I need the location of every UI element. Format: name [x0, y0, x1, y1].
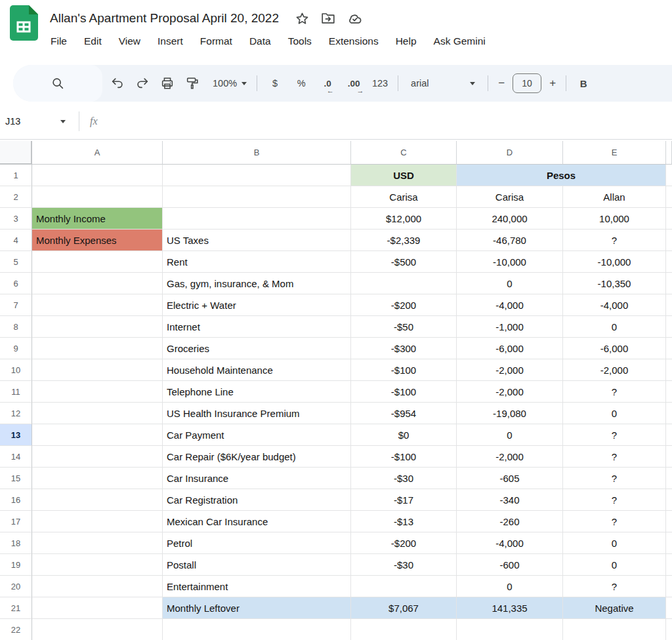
- cell-B3[interactable]: [163, 208, 351, 230]
- cell-E7[interactable]: -4,000: [563, 294, 666, 316]
- paint-format-icon[interactable]: [180, 71, 205, 95]
- cloud-saved-icon[interactable]: [346, 10, 363, 27]
- cell-D12[interactable]: -19,080: [457, 403, 563, 424]
- cell-A21[interactable]: [32, 597, 163, 619]
- cell-D2[interactable]: Carisa: [457, 186, 563, 208]
- bold-button[interactable]: B: [571, 71, 596, 95]
- cell-F10[interactable]: [666, 359, 672, 381]
- cell-B11[interactable]: Telephone Line: [163, 381, 351, 403]
- cell-F7[interactable]: [666, 294, 672, 316]
- column-header-a[interactable]: A: [32, 141, 163, 165]
- cell-A3[interactable]: Monthly Income: [32, 208, 163, 230]
- row-header-15[interactable]: 15: [0, 468, 32, 489]
- row-header-6[interactable]: 6: [0, 273, 32, 294]
- cell-D10[interactable]: -2,000: [457, 359, 563, 381]
- cell-B9[interactable]: Groceries: [163, 338, 351, 359]
- cell-D15[interactable]: -605: [457, 468, 563, 489]
- cell-F1[interactable]: [666, 165, 672, 186]
- cell-F13[interactable]: [666, 424, 672, 446]
- cell-E2[interactable]: Allan: [563, 186, 666, 208]
- cell-A13[interactable]: [32, 424, 163, 446]
- cell-F16[interactable]: [666, 489, 672, 511]
- font-size-input[interactable]: 10: [513, 73, 541, 93]
- cell-E8[interactable]: 0: [563, 316, 666, 338]
- cell-E4[interactable]: ?: [563, 230, 666, 251]
- cell-A19[interactable]: [32, 554, 163, 576]
- cell-D20[interactable]: 0: [457, 576, 563, 597]
- cell-D9[interactable]: -6,000: [457, 338, 563, 359]
- cell-C13[interactable]: $0: [351, 424, 457, 446]
- cell-C22[interactable]: [351, 619, 457, 640]
- cell-A7[interactable]: [32, 294, 163, 316]
- cell-B14[interactable]: Car Repair ($6K/year budget): [163, 446, 351, 468]
- cell-D3[interactable]: 240,000: [457, 208, 563, 230]
- cell-A5[interactable]: [32, 251, 163, 273]
- zoom-select[interactable]: 100%: [207, 71, 252, 95]
- row-header-19[interactable]: 19: [0, 554, 32, 576]
- cell-C4[interactable]: -$2,339: [351, 230, 457, 251]
- cell-D16[interactable]: -340: [457, 489, 563, 511]
- cell-A22[interactable]: [32, 619, 163, 640]
- cell-C7[interactable]: -$200: [351, 294, 457, 316]
- cell-F2[interactable]: [666, 186, 672, 208]
- cell-B20[interactable]: Entertainment: [163, 576, 351, 597]
- cell-E16[interactable]: ?: [563, 489, 666, 511]
- row-header-13[interactable]: 13: [0, 424, 32, 446]
- column-header-partial[interactable]: [666, 141, 672, 165]
- cell-C20[interactable]: [351, 576, 457, 597]
- row-header-5[interactable]: 5: [0, 251, 32, 273]
- cell-C6[interactable]: [351, 273, 457, 294]
- cell-D6[interactable]: 0: [457, 273, 563, 294]
- cell-A8[interactable]: [32, 316, 163, 338]
- row-header-10[interactable]: 10: [0, 359, 32, 381]
- move-to-folder-icon[interactable]: [320, 10, 337, 27]
- cell-A12[interactable]: [32, 403, 163, 424]
- cell-C1[interactable]: USD: [351, 165, 457, 186]
- cell-F4[interactable]: [666, 230, 672, 251]
- cell-C2[interactable]: Carisa: [351, 186, 457, 208]
- cell-F14[interactable]: [666, 446, 672, 468]
- cell-C14[interactable]: -$100: [351, 446, 457, 468]
- cell-F8[interactable]: [666, 316, 672, 338]
- cell-C16[interactable]: -$17: [351, 489, 457, 511]
- cell-C18[interactable]: -$200: [351, 532, 457, 554]
- cell-D14[interactable]: -2,000: [457, 446, 563, 468]
- cell-E20[interactable]: ?: [563, 576, 666, 597]
- cell-C17[interactable]: -$13: [351, 511, 457, 532]
- cell-A4[interactable]: Monthly Expenses: [32, 230, 163, 251]
- name-box[interactable]: J13: [0, 116, 74, 127]
- menu-item-view[interactable]: View: [110, 32, 149, 50]
- cell-B2[interactable]: [163, 186, 351, 208]
- cell-A2[interactable]: [32, 186, 163, 208]
- column-header-b[interactable]: B: [163, 141, 351, 165]
- row-header-14[interactable]: 14: [0, 446, 32, 468]
- fx-icon[interactable]: fx: [90, 115, 98, 127]
- document-title[interactable]: Allan's Apartment Proposal April 20, 202…: [50, 11, 279, 26]
- cell-D22[interactable]: [457, 619, 563, 640]
- cell-A18[interactable]: [32, 532, 163, 554]
- cell-C11[interactable]: -$100: [351, 381, 457, 403]
- cell-A20[interactable]: [32, 576, 163, 597]
- row-header-20[interactable]: 20: [0, 576, 32, 597]
- row-header-11[interactable]: 11: [0, 381, 32, 403]
- row-header-18[interactable]: 18: [0, 532, 32, 554]
- cell-B1[interactable]: [163, 165, 351, 186]
- menu-item-insert[interactable]: Insert: [149, 32, 192, 50]
- cell-C8[interactable]: -$50: [351, 316, 457, 338]
- increase-font-size-button[interactable]: +: [544, 71, 561, 95]
- cell-B17[interactable]: Mexican Car Insurance: [163, 511, 351, 532]
- cell-F6[interactable]: [666, 273, 672, 294]
- cell-E22[interactable]: [563, 619, 666, 640]
- cell-B21[interactable]: Monthly Leftover: [163, 597, 351, 619]
- number-format-button[interactable]: 123: [367, 71, 393, 95]
- cell-E19[interactable]: 0: [563, 554, 666, 576]
- cell-C5[interactable]: -$500: [351, 251, 457, 273]
- row-header-9[interactable]: 9: [0, 338, 32, 359]
- cell-D17[interactable]: -260: [457, 511, 563, 532]
- format-currency-button[interactable]: $: [262, 71, 288, 95]
- sheets-logo-icon[interactable]: [9, 5, 38, 41]
- cell-D21[interactable]: 141,335: [457, 597, 563, 619]
- cell-E15[interactable]: ?: [563, 468, 666, 489]
- cell-E13[interactable]: ?: [563, 424, 666, 446]
- cell-B5[interactable]: Rent: [163, 251, 351, 273]
